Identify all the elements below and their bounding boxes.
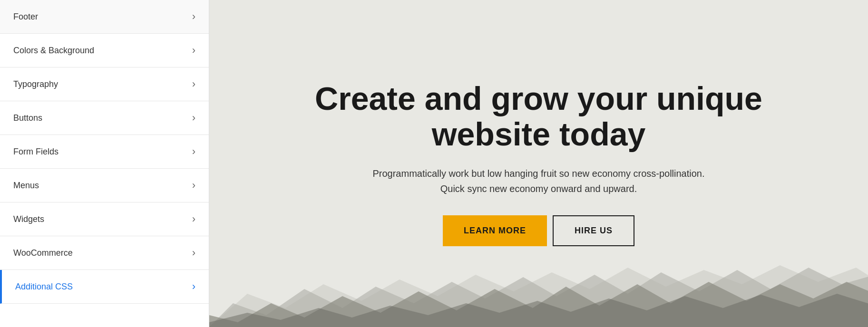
sidebar-item-label-typography: Typography (13, 79, 58, 89)
main-content: Create and grow your unique website toda… (209, 0, 868, 327)
sidebar-item-label-menus: Menus (13, 181, 39, 191)
chevron-right-icon: › (192, 10, 195, 23)
sidebar-item-menus[interactable]: Menus› (0, 169, 209, 202)
hero-buttons: LEARN MORE HIRE US (443, 215, 634, 246)
sidebar-item-footer[interactable]: Footer› (0, 0, 209, 34)
chevron-right-icon: › (192, 213, 195, 225)
chevron-right-icon: › (192, 280, 195, 293)
chevron-right-icon: › (192, 145, 195, 158)
chevron-right-icon: › (192, 247, 195, 259)
chevron-right-icon: › (192, 179, 195, 192)
hero-section: Create and grow your unique website toda… (263, 62, 815, 266)
sidebar-item-label-buttons: Buttons (13, 113, 42, 123)
hero-title: Create and grow your unique website toda… (301, 81, 777, 152)
sidebar-item-woocommerce[interactable]: WooCommerce› (0, 236, 209, 270)
hire-us-button[interactable]: HIRE US (553, 215, 634, 246)
learn-more-button[interactable]: LEARN MORE (443, 215, 547, 246)
sidebar-item-label-colors-background: Colors & Background (13, 46, 94, 56)
sidebar-item-form-fields[interactable]: Form Fields› (0, 135, 209, 169)
sidebar-item-widgets[interactable]: Widgets› (0, 202, 209, 236)
sidebar-item-label-additional-css: Additional CSS (15, 282, 73, 292)
sidebar-item-buttons[interactable]: Buttons› (0, 101, 209, 135)
sidebar-item-label-footer: Footer (13, 12, 38, 22)
chevron-right-icon: › (192, 112, 195, 124)
sidebar: Footer›Colors & Background›Typography›Bu… (0, 0, 209, 327)
sidebar-item-typography[interactable]: Typography› (0, 67, 209, 101)
sidebar-item-label-woocommerce: WooCommerce (13, 248, 73, 258)
chevron-right-icon: › (192, 78, 195, 90)
sidebar-item-additional-css[interactable]: Additional CSS› (0, 270, 209, 304)
hero-subtitle: Programmatically work but low hanging fr… (361, 166, 717, 196)
chevron-right-icon: › (192, 44, 195, 57)
sidebar-item-colors-background[interactable]: Colors & Background› (0, 34, 209, 67)
sidebar-item-label-widgets: Widgets (13, 214, 44, 224)
sidebar-item-label-form-fields: Form Fields (13, 147, 59, 157)
